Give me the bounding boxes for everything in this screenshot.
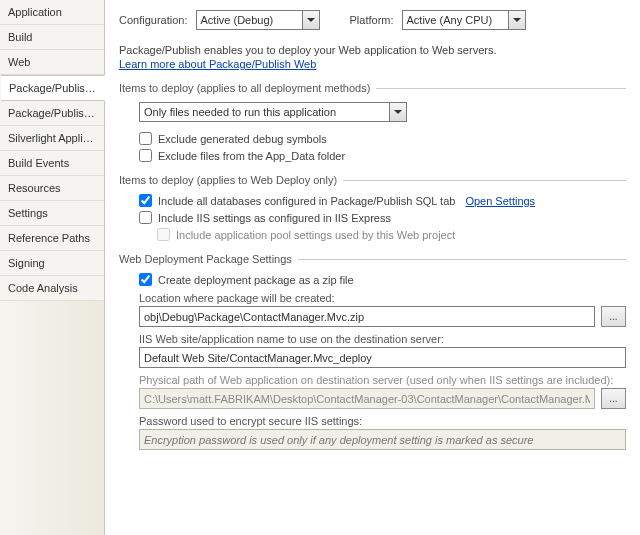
sidebar-item-code-analysis[interactable]: Code Analysis	[0, 276, 104, 301]
chevron-down-icon	[389, 103, 406, 121]
location-input[interactable]	[139, 306, 595, 327]
deploy-mode-select[interactable]: Only files needed to run this applicatio…	[139, 102, 407, 122]
learn-more-link[interactable]: Learn more about Package/Publish Web	[119, 58, 316, 70]
password-label: Password used to encrypt secure IIS sett…	[139, 415, 626, 427]
exclude-appdata-label: Exclude files from the App_Data folder	[158, 150, 345, 162]
include-db-checkbox[interactable]	[139, 194, 152, 207]
group-pkg-title: Web Deployment Package Settings	[119, 253, 292, 265]
exclude-debug-label: Exclude generated debug symbols	[158, 133, 327, 145]
group-webdeploy-title: Items to deploy (applies to Web Deploy o…	[119, 174, 337, 186]
sidebar-item-build[interactable]: Build	[0, 25, 104, 50]
iis-name-label: IIS Web site/application name to use on …	[139, 333, 626, 345]
open-settings-link[interactable]: Open Settings	[465, 195, 535, 207]
sidebar-filler	[0, 301, 104, 535]
sidebar-item-build-events[interactable]: Build Events	[0, 151, 104, 176]
chevron-down-icon	[508, 11, 525, 29]
include-apppool-label: Include application pool settings used b…	[176, 229, 455, 241]
sidebar-item-application[interactable]: Application	[0, 0, 104, 25]
sidebar-item-package-publish-web[interactable]: Package/Publish Web	[1, 75, 105, 101]
location-label: Location where package will be created:	[139, 292, 626, 304]
main-panel: Configuration: Active (Debug) Platform: …	[105, 0, 640, 535]
configuration-select[interactable]: Active (Debug)	[196, 10, 320, 30]
sidebar-item-settings[interactable]: Settings	[0, 201, 104, 226]
sidebar-item-signing[interactable]: Signing	[0, 251, 104, 276]
platform-select[interactable]: Active (Any CPU)	[402, 10, 526, 30]
create-zip-checkbox[interactable]	[139, 273, 152, 286]
include-iis-label: Include IIS settings as configured in II…	[158, 212, 391, 224]
create-zip-label: Create deployment package as a zip file	[158, 274, 354, 286]
physical-path-input	[139, 388, 595, 409]
sidebar: Application Build Web Package/Publish We…	[0, 0, 105, 535]
divider	[298, 259, 626, 260]
exclude-appdata-checkbox[interactable]	[139, 149, 152, 162]
sidebar-item-resources[interactable]: Resources	[0, 176, 104, 201]
sidebar-item-web[interactable]: Web	[0, 50, 104, 75]
configuration-value: Active (Debug)	[201, 14, 274, 26]
include-db-label: Include all databases configured in Pack…	[158, 195, 455, 207]
browse-physical-button[interactable]: ...	[601, 388, 626, 409]
exclude-debug-checkbox[interactable]	[139, 132, 152, 145]
chevron-down-icon	[302, 11, 319, 29]
iis-name-input[interactable]	[139, 347, 626, 368]
browse-location-button[interactable]: ...	[601, 306, 626, 327]
intro-text: Package/Publish enables you to deploy yo…	[119, 44, 626, 56]
sidebar-item-reference-paths[interactable]: Reference Paths	[0, 226, 104, 251]
include-iis-checkbox[interactable]	[139, 211, 152, 224]
group-all-title: Items to deploy (applies to all deployme…	[119, 82, 370, 94]
sidebar-item-package-publish-sql[interactable]: Package/Publish SQL	[0, 101, 104, 126]
physical-path-label: Physical path of Web application on dest…	[139, 374, 626, 386]
include-apppool-checkbox	[157, 228, 170, 241]
sidebar-item-silverlight[interactable]: Silverlight Applications	[0, 126, 104, 151]
platform-value: Active (Any CPU)	[407, 14, 493, 26]
deploy-mode-value: Only files needed to run this applicatio…	[144, 106, 336, 118]
platform-label: Platform:	[350, 14, 394, 26]
divider	[376, 88, 626, 89]
password-input[interactable]	[139, 429, 626, 450]
divider	[343, 180, 626, 181]
configuration-label: Configuration:	[119, 14, 188, 26]
